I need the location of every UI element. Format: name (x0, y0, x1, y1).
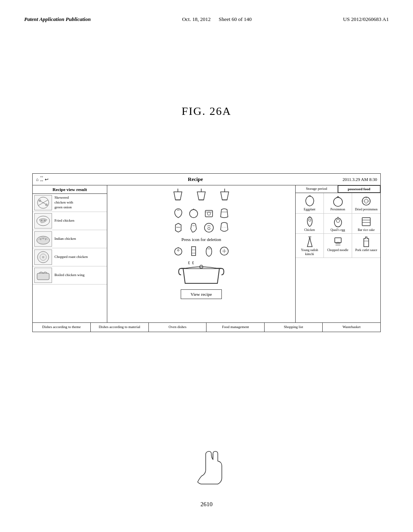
press-icon-text: Press icon for deletion (181, 237, 221, 242)
recipe-item-3[interactable]: Indian chicken (33, 230, 107, 248)
left-panel: Recipe view result Skeweredchicken withg… (33, 185, 107, 322)
svg-point-8 (37, 236, 50, 244)
main-content: Recipe view result Skeweredchicken withg… (33, 185, 380, 322)
nav-food-management[interactable]: Food management (206, 323, 265, 332)
recipe-item-5[interactable]: Boiled chicken wing (33, 266, 107, 285)
ingredient-icon-4[interactable] (219, 207, 229, 219)
patent-number: US 2012/0260683 A1 (343, 16, 389, 23)
svg-point-43 (334, 197, 342, 206)
svg-rect-17 (37, 273, 49, 280)
right-panel-tabs: Storage period possessed food (296, 185, 380, 193)
svg-point-31 (204, 223, 213, 232)
ingredient-icon-7[interactable] (204, 222, 214, 234)
header-center: Oct. 18, 2012 Sheet 60 of 140 (182, 16, 252, 23)
grid-icon: °°°° (40, 175, 43, 183)
status-bar: ⌂ °°°° ↩ Recipe 2011.3.29 AM 8:30 (33, 174, 380, 185)
svg-point-35 (177, 249, 179, 251)
food-grid-row-1: Eggplant Persimmon (296, 193, 380, 214)
recipe-thumb-5 (34, 268, 52, 283)
eggplant-icon (304, 195, 315, 208)
food-cell-eggplant[interactable]: Eggplant (296, 193, 324, 213)
lamp-icon-3 (219, 189, 230, 203)
hand-cursor-svg (194, 446, 226, 486)
ingredient-icon-8[interactable] (219, 222, 229, 234)
figure-title: FIG. 26A (0, 105, 413, 118)
svg-point-51 (336, 219, 340, 222)
quails-egg-icon (332, 215, 344, 228)
lamp-icon-2 (196, 189, 207, 203)
svg-point-49 (309, 219, 311, 221)
publication-label: Patent Application Publication (24, 16, 91, 23)
nav-wastebasket[interactable]: Wastebasket (323, 323, 380, 332)
svg-point-27 (207, 212, 211, 215)
food-cell-dried-persimmon[interactable]: Dried persimmon (352, 193, 380, 213)
tab-possessed-food[interactable]: possessed food (338, 185, 381, 193)
bar-rice-cake-icon (361, 215, 372, 228)
food-cell-persimmon[interactable]: Persimmon (324, 193, 352, 213)
svg-rect-53 (362, 218, 370, 226)
recipe-item-2[interactable]: Fried chicken (33, 212, 107, 230)
ingredient-icon-6[interactable] (188, 222, 199, 234)
nav-dishes-material[interactable]: Dishes according to material (91, 323, 149, 332)
lamp-row (172, 189, 230, 203)
ingredient-icons-row-2 (173, 222, 229, 234)
recipe-item-4[interactable]: Chopped roast chicken (33, 248, 107, 266)
ingredient-icon-11[interactable] (204, 245, 214, 257)
status-left: ⌂ °°°° ↩ (36, 175, 48, 183)
ingredient-icon-12[interactable] (219, 245, 229, 257)
svg-rect-26 (205, 210, 213, 217)
ingredient-icon-5[interactable] (173, 222, 184, 234)
svg-point-10 (42, 238, 44, 239)
food-grid-row-3: Young radish kimchi Chopped noodle (296, 234, 380, 258)
svg-point-9 (40, 239, 42, 240)
recipe-thumb-1 (34, 195, 52, 210)
food-cell-young-radish[interactable]: Young radish kimchi (296, 234, 324, 258)
sheet-info: Sheet 60 of 140 (219, 16, 252, 23)
bottom-nav: Dishes according to theme Dishes accordi… (33, 322, 380, 332)
svg-point-7 (44, 220, 46, 221)
nav-icons: ⌂ °°°° ↩ (36, 175, 48, 183)
ui-mockup: ⌂ °°°° ↩ Recipe 2011.3.29 AM 8:30 Recipe… (32, 173, 381, 332)
recipe-name-5: Boiled chicken wing (54, 273, 84, 278)
recipe-name-3: Indian chicken (54, 237, 76, 241)
food-cell-bar-rice-cake[interactable]: Bar rice cake (352, 214, 380, 234)
svg-point-3 (39, 200, 41, 202)
home-icon[interactable]: ⌂ (36, 177, 39, 182)
svg-point-4 (45, 204, 48, 206)
view-recipe-button[interactable]: View recipe (181, 289, 222, 299)
recipe-item-1[interactable]: Skeweredchicken withgreen onion (33, 194, 107, 212)
svg-point-32 (208, 227, 210, 230)
sauce-icon (361, 235, 372, 248)
back-icon[interactable]: ↩ (45, 177, 48, 182)
datetime: 2011.3.29 AM 8:30 (342, 177, 377, 182)
tab-storage-period[interactable]: Storage period (296, 185, 338, 193)
ingredient-icon-3[interactable] (204, 207, 214, 219)
recipe-thumb-2 (34, 213, 52, 229)
right-panel: Storage period possessed food Eggplant (296, 185, 380, 322)
food-cell-quails-egg[interactable]: Quail's egg (324, 214, 352, 234)
young-radish-icon (304, 235, 315, 248)
recipe-name-1: Skeweredchicken withgreen onion (54, 195, 73, 210)
nav-shopping-list[interactable]: Shopping list (265, 323, 323, 332)
pot-area (177, 261, 225, 285)
dried-persimmon-icon (361, 195, 372, 208)
ingredient-icon-10[interactable] (188, 245, 199, 257)
food-cell-sauce[interactable]: Pork cutlet sauce (352, 234, 380, 258)
ingredient-icon-1[interactable] (173, 207, 184, 219)
food-cell-chicken[interactable]: Chicken (296, 214, 324, 234)
hand-cursor-area (194, 446, 226, 488)
pot-icon (177, 261, 225, 285)
nav-dishes-theme[interactable]: Dishes according to theme (33, 323, 91, 332)
figure-label: 2610 (0, 501, 413, 508)
food-grid-row-2: Chicken Quail's egg Ba (296, 214, 380, 234)
middle-panel: Press icon for deletion (107, 185, 296, 322)
recipe-thumb-3 (34, 231, 52, 247)
ingredient-icon-9[interactable] (173, 245, 184, 257)
chicken-icon (304, 215, 315, 228)
svg-point-24 (190, 210, 198, 218)
ingredient-icons-row-3 (173, 245, 229, 257)
noodle-icon (332, 235, 344, 248)
food-cell-noodle[interactable]: Chopped noodle (324, 234, 352, 258)
ingredient-icon-2[interactable] (188, 207, 199, 219)
nav-oven-dishes[interactable]: Oven dishes (149, 323, 207, 332)
